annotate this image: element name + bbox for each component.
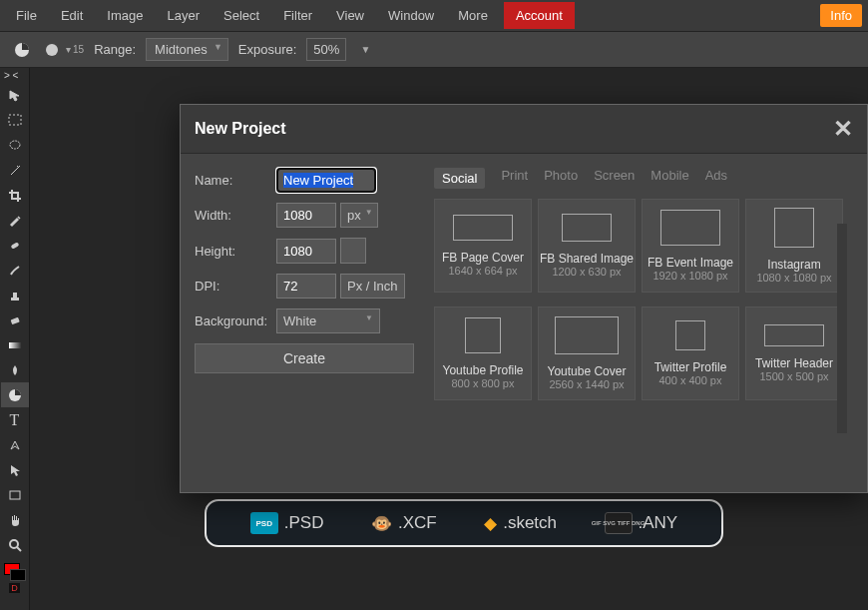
preset-dimensions: 1920 x 1080 px — [652, 270, 727, 282]
preset-item[interactable]: Twitter Profile400 x 400 px — [642, 306, 739, 400]
sketch-diamond-icon: ◆ — [484, 513, 497, 534]
gradient-tool-icon[interactable] — [1, 332, 29, 357]
menu-layer[interactable]: Layer — [156, 2, 213, 29]
dpi-label: DPI: — [195, 279, 276, 294]
range-select[interactable]: Midtones — [146, 38, 228, 61]
preset-dimensions: 2560 x 1440 px — [549, 378, 624, 390]
preset-item[interactable]: FB Shared Image1200 x 630 px — [538, 199, 636, 293]
exposure-label: Exposure: — [238, 42, 297, 57]
exposure-chevron-icon[interactable]: ▼ — [360, 44, 370, 55]
menu-edit[interactable]: Edit — [49, 2, 95, 29]
tool-palette: > < T D — [0, 68, 30, 610]
preset-thumb — [555, 316, 619, 354]
preset-label: Instagram — [767, 258, 820, 272]
new-project-dialog: New Project ✕ Name: Width:px Height: DPI… — [180, 104, 868, 493]
svg-rect-2 — [9, 115, 21, 125]
menu-filter[interactable]: Filter — [271, 2, 324, 29]
move-tool-icon[interactable] — [1, 83, 29, 108]
svg-rect-10 — [10, 491, 20, 499]
preset-item[interactable]: FB Page Cover1640 x 664 px — [434, 199, 532, 293]
info-button[interactable]: Info — [820, 4, 862, 27]
chevron-down-icon: ▾ — [66, 44, 71, 55]
path-select-tool-icon[interactable] — [1, 457, 29, 482]
brush-tool-icon[interactable] — [1, 258, 29, 283]
menu-select[interactable]: Select — [212, 2, 271, 29]
zoom-tool-icon[interactable] — [1, 532, 29, 557]
any-label: .ANY — [639, 513, 678, 533]
height-input[interactable] — [276, 239, 336, 264]
pen-tool-icon[interactable] — [1, 432, 29, 457]
marquee-tool-icon[interactable] — [1, 108, 29, 133]
preset-dimensions: 1200 x 630 px — [552, 266, 621, 278]
blur-tool-icon[interactable] — [1, 357, 29, 382]
preset-grid: FB Page Cover1640 x 664 pxFB Shared Imag… — [434, 199, 853, 408]
tab-screen[interactable]: Screen — [594, 168, 635, 189]
svg-point-1 — [46, 44, 58, 56]
preset-label: Twitter Header — [755, 356, 833, 370]
supported-formats-strip: PSD.PSD 🐵.XCF ◆.sketch GIF SVG TIFF DNG.… — [205, 499, 723, 547]
dpi-unit: Px / Inch — [340, 274, 405, 299]
crop-tool-icon[interactable] — [1, 183, 29, 208]
xcf-label: .XCF — [398, 513, 437, 533]
lasso-tool-icon[interactable] — [1, 133, 29, 158]
color-swatches[interactable] — [4, 563, 26, 581]
range-label: Range: — [94, 42, 136, 57]
preset-item[interactable]: Youtube Profile800 x 800 px — [434, 306, 532, 400]
tab-social[interactable]: Social — [434, 168, 485, 189]
tab-mobile[interactable]: Mobile — [651, 168, 688, 189]
text-tool-icon[interactable]: T — [1, 407, 29, 432]
preset-item[interactable]: Youtube Cover2560 x 1440 px — [538, 306, 636, 400]
menu-image[interactable]: Image — [95, 2, 155, 29]
preset-tabs: Social Print Photo Screen Mobile Ads — [434, 168, 853, 189]
heal-tool-icon[interactable] — [1, 233, 29, 258]
shape-tool-icon[interactable] — [1, 482, 29, 507]
aspect-lock-icon[interactable] — [340, 238, 366, 264]
document-tabs[interactable]: > < — [0, 70, 29, 83]
dodge-tool-icon[interactable] — [1, 382, 29, 407]
preset-thumb — [774, 208, 814, 248]
dpi-input[interactable] — [276, 274, 336, 299]
tab-ads[interactable]: Ads — [705, 168, 727, 189]
preset-thumb — [453, 215, 513, 241]
menubar: File Edit Image Layer Select Filter View… — [0, 0, 868, 32]
preset-label: Youtube Profile — [443, 363, 524, 377]
svg-rect-5 — [11, 298, 19, 301]
create-button[interactable]: Create — [195, 343, 414, 373]
stamp-tool-icon[interactable] — [1, 283, 29, 307]
width-input[interactable] — [276, 203, 336, 228]
preset-item[interactable]: FB Event Image1920 x 1080 px — [642, 199, 739, 293]
preset-dimensions: 1640 x 664 px — [448, 265, 517, 277]
height-label: Height: — [195, 244, 276, 259]
scrollbar[interactable] — [837, 224, 847, 433]
background-select[interactable]: White — [276, 308, 380, 333]
svg-point-3 — [10, 141, 20, 149]
preset-dimensions: 1080 x 1080 px — [756, 272, 831, 284]
menu-account[interactable]: Account — [504, 2, 575, 29]
menu-window[interactable]: Window — [376, 2, 446, 29]
close-icon[interactable]: ✕ — [833, 115, 853, 143]
preset-dimensions: 400 x 400 px — [659, 374, 722, 386]
options-bar: ▾ 15 Range: Midtones Exposure: 50% ▼ — [0, 32, 868, 68]
preset-item[interactable]: Twitter Header1500 x 500 px — [745, 306, 843, 400]
hand-tool-icon[interactable] — [1, 507, 29, 532]
exposure-value[interactable]: 50% — [306, 38, 346, 61]
tab-photo[interactable]: Photo — [544, 168, 578, 189]
name-input[interactable] — [276, 168, 376, 193]
width-unit-select[interactable]: px — [340, 203, 378, 228]
preset-item[interactable]: Instagram1080 x 1080 px — [745, 199, 843, 293]
dialog-title: New Project — [195, 120, 286, 138]
svg-rect-8 — [9, 342, 21, 348]
background-label: Background: — [195, 313, 276, 328]
menu-more[interactable]: More — [446, 2, 500, 29]
tab-print[interactable]: Print — [501, 168, 528, 189]
menu-file[interactable]: File — [4, 2, 49, 29]
menu-view[interactable]: View — [324, 2, 376, 29]
wand-tool-icon[interactable] — [1, 158, 29, 183]
gimp-icon: 🐵 — [371, 513, 392, 534]
brush-size-picker[interactable]: ▾ 15 — [44, 42, 84, 58]
any-badge-icon: GIF SVG TIFF DNG — [605, 512, 633, 534]
svg-rect-7 — [10, 316, 19, 323]
psd-badge-icon: PSD — [250, 512, 278, 534]
eyedropper-tool-icon[interactable] — [1, 208, 29, 233]
eraser-tool-icon[interactable] — [1, 307, 29, 332]
